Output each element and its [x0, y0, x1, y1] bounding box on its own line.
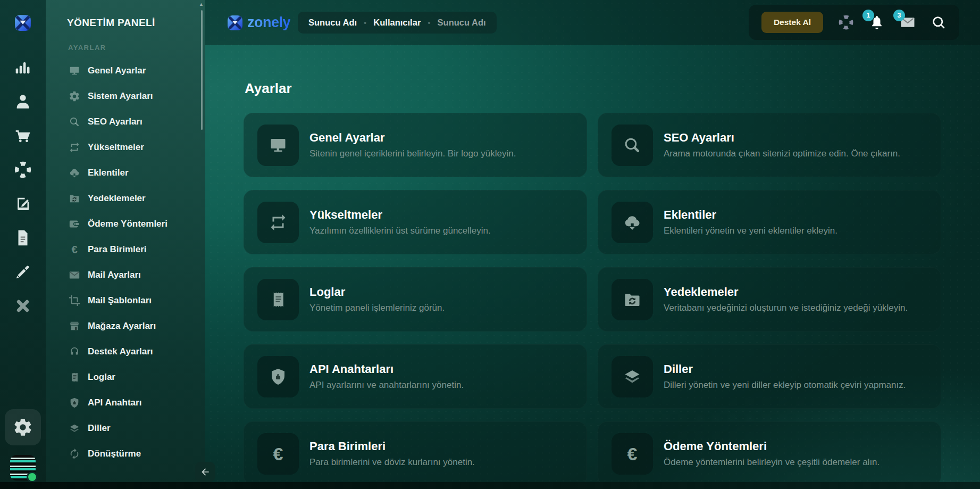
page-title: Ayarlar: [245, 80, 941, 97]
rail-item-user[interactable]: [14, 93, 32, 111]
card-diller[interactable]: DillerDilleri yönetin ve yeni diller ekl…: [598, 344, 941, 409]
card-text: EklentilerEklentileri yönetin ve yeni ek…: [664, 208, 837, 236]
card-eklentiler[interactable]: EklentilerEklentileri yönetin ve yeni ek…: [598, 190, 941, 254]
user-avatar[interactable]: [10, 455, 36, 480]
sidebar-item-label: Mail Şablonları: [88, 295, 152, 306]
card-genel-ayarlar[interactable]: Genel AyarlarSitenin genel içeriklerini …: [244, 113, 587, 177]
sidebar-item-magaza-ayarlari[interactable]: Mağaza Ayarları: [46, 313, 205, 339]
card-yukseltmeler[interactable]: YükseltmelerYazılımın özelliklerini üst …: [244, 190, 587, 254]
card-title: Yedeklemeler: [664, 285, 908, 299]
sidebar-item-genel-ayarlar[interactable]: Genel Ayarlar: [46, 58, 205, 84]
card-description: Arama motorunda çıkan sitenizi optimize …: [664, 148, 900, 159]
rail-item-pen[interactable]: [14, 263, 32, 281]
sidebar-item-label: Mail Ayarları: [88, 270, 141, 280]
sidebar-item-label: Yükseltmeler: [88, 142, 144, 153]
euro-icon: €: [269, 444, 288, 463]
card-title: Yükseltmeler: [309, 208, 491, 222]
rail-item-stats[interactable]: [14, 59, 32, 77]
card-loglar[interactable]: LoglarYönetim paneli işlemleriniz görün.: [244, 267, 587, 331]
card-yedeklemeler[interactable]: YedeklemelerVeritabanı yedeğinizi oluştu…: [598, 267, 941, 331]
sidebar-item-odeme-yontemleri[interactable]: Ödeme Yöntemleri: [46, 211, 205, 237]
card-text: API AnahtarlarıAPI ayarlarını ve anahtar…: [309, 362, 464, 391]
rail-item-document[interactable]: [14, 229, 32, 247]
sidebar-item-yedeklemeler[interactable]: Yedeklemeler: [46, 186, 205, 211]
top-header: zonely Sunucu Adı•Kullanıcılar•Sunucu Ad…: [205, 0, 980, 45]
zonely-logo-icon: [227, 14, 244, 31]
message-count-badge: 3: [893, 10, 905, 21]
sync-icon: [269, 213, 288, 232]
settings-cards-grid: Genel AyarlarSitenin genel içeriklerini …: [244, 113, 941, 486]
brand[interactable]: zonely: [227, 14, 290, 31]
sidebar-item-yukseltmeler[interactable]: Yükseltmeler: [46, 135, 205, 160]
cloud-plugin-icon: [623, 213, 642, 232]
card-text: DillerDilleri yönetin ve yeni diller ekl…: [664, 362, 906, 391]
wallet-icon: [69, 218, 80, 230]
sidebar-menu: Genel AyarlarSistem AyarlarıSEO Ayarları…: [46, 58, 205, 467]
sidebar-item-label: Mağaza Ayarları: [88, 321, 156, 331]
card-description: Eklentileri yönetin ve yeni eklentiler e…: [664, 226, 837, 236]
sidebar-item-sistem-ayarlari[interactable]: Sistem Ayarları: [46, 84, 205, 109]
zonely-logo-icon[interactable]: [14, 14, 32, 32]
sidebar-item-donusturme[interactable]: Dönüştürme: [46, 441, 205, 467]
card-title: Ödeme Yöntemleri: [664, 440, 880, 453]
icon-rail: [0, 0, 46, 489]
sidebar-item-loglar[interactable]: Loglar: [46, 364, 205, 390]
messages-envelope[interactable]: 3: [899, 14, 916, 31]
breadcrumb-item[interactable]: Kullanıcılar: [373, 18, 421, 28]
euro-icon: €: [69, 244, 80, 255]
magnifier-icon: [623, 136, 642, 155]
panel-title: YÖNETİM PANELİ: [67, 17, 205, 29]
sidebar-item-seo-ayarlari[interactable]: SEO Ayarları: [46, 109, 205, 135]
help-lifebuoy-icon[interactable]: [837, 14, 854, 31]
scroll-icon: [69, 371, 80, 383]
rail-item-modules[interactable]: [14, 297, 32, 315]
card-text: Genel AyarlarSitenin genel içeriklerini …: [309, 131, 516, 159]
cloud-plugin-icon: [69, 167, 80, 179]
sidebar-item-diller[interactable]: Diller: [46, 416, 205, 441]
card-seo-ayarlari[interactable]: SEO AyarlarıArama motorunda çıkan siteni…: [598, 113, 941, 177]
sidebar-item-label: API Anahtarı: [88, 397, 141, 408]
sidebar-item-api-anahtari[interactable]: API Anahtarı: [46, 390, 205, 416]
breadcrumb-item[interactable]: Sunucu Adı: [308, 18, 357, 28]
sidebar-item-mail-ayarlari[interactable]: Mail Ayarları: [46, 262, 205, 288]
rail-item-cart[interactable]: [14, 127, 32, 145]
card-text: YükseltmelerYazılımın özelliklerini üst …: [309, 208, 491, 236]
rail-item-lifebuoy[interactable]: [14, 161, 32, 179]
card-title: Loglar: [309, 285, 445, 299]
shield-lock-icon: [69, 397, 80, 409]
sidebar-item-label: Yedeklemeler: [88, 193, 146, 204]
card-description: Sitenin genel içeriklerini belirleyin. B…: [309, 148, 516, 159]
shield-lock-icon: [269, 367, 288, 386]
card-icon-tile: [612, 125, 653, 166]
card-api-anahtarlari[interactable]: API AnahtarlarıAPI ayarlarını ve anahtar…: [244, 344, 587, 409]
scrollbar-up-arrow-icon[interactable]: ▲: [199, 2, 204, 7]
notifications-bell[interactable]: 1: [868, 14, 885, 31]
rail-nav: [14, 59, 32, 315]
support-icon: [69, 346, 80, 358]
gear-icon: [69, 90, 80, 102]
sidebar-item-mail-sablonlari[interactable]: Mail Şablonları: [46, 288, 205, 313]
sidebar-collapse-button[interactable]: [195, 462, 215, 482]
gear-icon: [13, 417, 33, 437]
card-text: Ödeme YöntemleriÖdeme yöntemlerini belir…: [664, 440, 880, 468]
rail-item-edit[interactable]: [14, 195, 32, 213]
breadcrumb-item[interactable]: Sunucu Adı: [438, 18, 486, 28]
card-para-birimleri[interactable]: €Para BirimleriPara birimlerini ve döviz…: [244, 421, 587, 486]
rail-item-settings-active[interactable]: [5, 409, 41, 445]
sidebar-item-label: Sistem Ayarları: [88, 91, 153, 102]
search-icon[interactable]: [930, 14, 947, 31]
scrollbar-thumb[interactable]: [201, 10, 203, 130]
magnifier-icon: [69, 116, 80, 128]
euro-icon: €: [623, 444, 642, 463]
card-odeme-yontemleri[interactable]: €Ödeme YöntemleriÖdeme yöntemlerini beli…: [598, 421, 941, 486]
folder-sync-icon: [69, 193, 80, 204]
sidebar-item-para-birimleri[interactable]: €Para Birimleri: [46, 237, 205, 262]
sync-icon: [69, 142, 80, 153]
card-title: Eklentiler: [664, 208, 837, 222]
sidebar-item-label: Destek Ayarları: [88, 346, 153, 357]
sidebar-item-destek-ayarlari[interactable]: Destek Ayarları: [46, 339, 205, 364]
support-button[interactable]: Destek Al: [761, 12, 823, 33]
app-root: YÖNETİM PANELİ AYARLAR Genel AyarlarSist…: [0, 0, 980, 489]
card-icon-tile: [257, 356, 299, 397]
sidebar-item-eklentiler[interactable]: Eklentiler: [46, 160, 205, 186]
